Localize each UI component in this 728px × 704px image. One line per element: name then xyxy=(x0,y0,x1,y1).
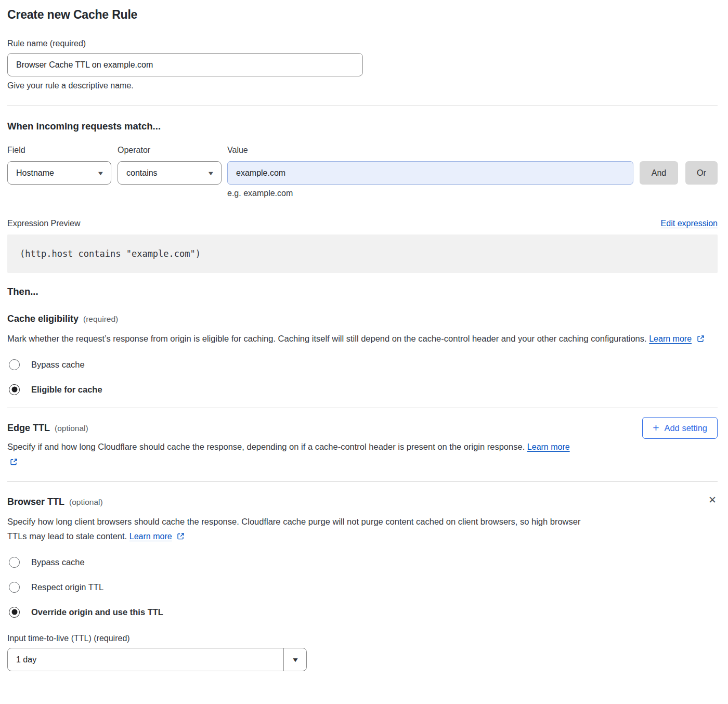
add-setting-label: Add setting xyxy=(664,423,707,433)
radio-option-label: Override origin and use this TTL xyxy=(31,606,163,618)
match-heading: When incoming requests match... xyxy=(7,120,718,133)
operator-label: Operator xyxy=(118,146,227,155)
divider xyxy=(7,106,718,106)
page-title: Create new Cache Rule xyxy=(7,7,718,22)
condition-row: Hostname ▼ contains ▼ And Or xyxy=(7,161,718,185)
radio-option-respect-origin-ttl[interactable]: Respect origin TTL xyxy=(7,581,718,593)
browser-ttl-description: Specify how long client browsers should … xyxy=(7,514,582,544)
edge-ttl-header: Edge TTL (optional) + Add setting xyxy=(7,422,718,434)
condition-labels: Field Operator Value xyxy=(7,146,718,155)
optional-tag: (optional) xyxy=(55,424,88,433)
divider xyxy=(7,481,718,482)
optional-tag: (optional) xyxy=(69,498,103,507)
field-select-value: Hostname xyxy=(16,168,54,178)
external-link-icon xyxy=(10,458,18,466)
rule-name-label: Rule name (required) xyxy=(7,38,718,49)
close-icon[interactable]: ✕ xyxy=(708,494,717,506)
expression-row: Expression Preview Edit expression xyxy=(7,219,718,228)
ttl-input-label: Input time-to-live (TTL) (required) xyxy=(7,633,718,644)
learn-more-link[interactable]: Learn more xyxy=(129,532,172,541)
operator-select[interactable]: contains ▼ xyxy=(118,161,222,185)
then-heading: Then... xyxy=(7,285,718,298)
radio-icon[interactable] xyxy=(9,582,20,593)
field-label: Field xyxy=(7,146,118,155)
cache-eligibility-title: Cache eligibility xyxy=(7,312,79,325)
external-link-icon xyxy=(177,532,185,540)
radio-option-label: Eligible for cache xyxy=(31,384,102,395)
chevron-down-icon: ▼ xyxy=(291,656,299,663)
browser-ttl-title: Browser TTL xyxy=(7,496,64,508)
or-button[interactable]: Or xyxy=(685,161,718,185)
operator-select-value: contains xyxy=(126,168,158,178)
add-setting-button[interactable]: + Add setting xyxy=(642,417,718,439)
radio-icon[interactable] xyxy=(9,384,20,395)
chevron-down-icon: ▼ xyxy=(97,170,105,176)
cache-eligibility-description: Mark whether the request’s response from… xyxy=(7,331,718,346)
ttl-select-value: 1 day xyxy=(16,655,36,664)
radio-option-browser-bypass-cache[interactable]: Bypass cache xyxy=(7,556,718,568)
external-link-icon xyxy=(697,335,705,343)
radio-option-label: Bypass cache xyxy=(31,359,85,370)
rule-name-helper: Give your rule a descriptive name. xyxy=(7,81,718,91)
radio-option-override-origin-ttl[interactable]: Override origin and use this TTL xyxy=(7,606,718,618)
cache-eligibility-header: Cache eligibility (required) xyxy=(7,312,718,325)
expression-code: (http.host contains "example.com") xyxy=(7,234,718,273)
rule-name-input[interactable] xyxy=(7,53,363,76)
and-button[interactable]: And xyxy=(640,161,678,185)
chevron-down-icon: ▼ xyxy=(207,170,215,176)
edge-ttl-title: Edge TTL xyxy=(7,422,50,434)
browser-ttl-header: Browser TTL (optional) ✕ xyxy=(7,496,718,508)
edit-expression-link[interactable]: Edit expression xyxy=(661,219,718,228)
radio-option-eligible-for-cache[interactable]: Eligible for cache xyxy=(7,384,718,395)
expression-preview-label: Expression Preview xyxy=(7,219,81,228)
description-text: Mark whether the request’s response from… xyxy=(7,334,647,343)
radio-option-label: Respect origin TTL xyxy=(31,581,103,593)
description-text: Specify if and how long Cloudflare shoul… xyxy=(7,442,525,451)
field-select[interactable]: Hostname ▼ xyxy=(7,161,111,185)
radio-icon[interactable] xyxy=(9,607,20,618)
value-input[interactable] xyxy=(227,161,633,185)
radio-option-bypass-cache[interactable]: Bypass cache xyxy=(7,359,718,370)
radio-option-label: Bypass cache xyxy=(31,556,85,568)
radio-icon[interactable] xyxy=(9,557,20,568)
required-tag: (required) xyxy=(83,315,118,324)
plus-icon: + xyxy=(653,422,659,433)
edge-ttl-description: Specify if and how long Cloudflare shoul… xyxy=(7,439,582,469)
ttl-select[interactable]: 1 day ▼ xyxy=(7,648,307,671)
ttl-select-arrow[interactable]: ▼ xyxy=(283,648,306,671)
description-text: Specify how long client browsers should … xyxy=(7,517,580,541)
learn-more-link[interactable]: Learn more xyxy=(527,442,570,451)
learn-more-link[interactable]: Learn more xyxy=(649,334,692,343)
value-label: Value xyxy=(227,146,248,155)
radio-icon[interactable] xyxy=(9,359,20,370)
create-cache-rule-page: Create new Cache Rule Rule name (require… xyxy=(0,0,728,704)
divider xyxy=(7,408,718,408)
value-helper: e.g. example.com xyxy=(227,189,718,198)
